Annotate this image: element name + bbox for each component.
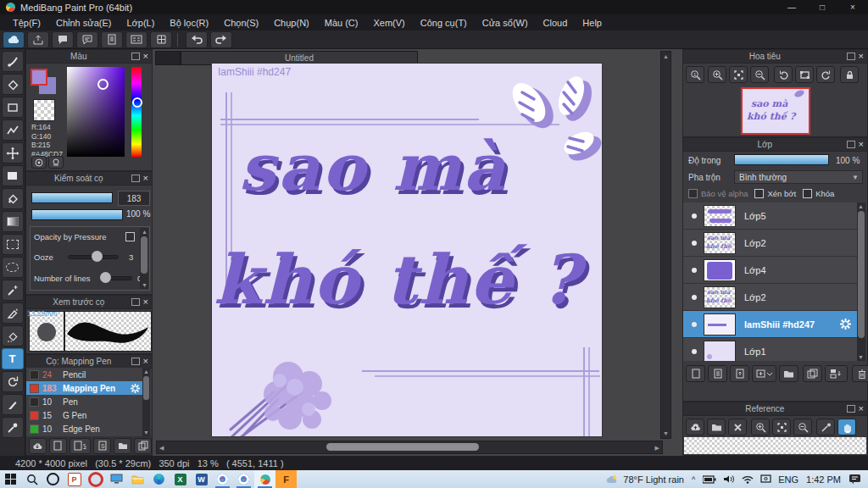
lock-checkbox[interactable]: [803, 189, 812, 198]
layer-scroll-thumb[interactable]: [858, 211, 865, 338]
grid-button[interactable]: [150, 31, 172, 48]
popout-icon[interactable]: [131, 358, 140, 365]
blend-mode-dropdown[interactable]: Bình thường ▼: [734, 170, 863, 184]
taskbar-powerpoint[interactable]: P: [64, 470, 85, 488]
ref-hand-button[interactable]: [837, 419, 856, 435]
layer-row-lop4[interactable]: Lớp4: [683, 257, 857, 284]
layer-list-scrollbar[interactable]: ▲ ▼: [857, 202, 865, 361]
brush-duplicate-button[interactable]: [70, 438, 92, 454]
pressure-checkbox[interactable]: [125, 232, 135, 241]
clip-checkbox[interactable]: [754, 189, 764, 198]
menu-tools[interactable]: Công cụ(T): [413, 18, 475, 28]
popout-icon[interactable]: [847, 405, 855, 413]
cortana-button[interactable]: [42, 470, 64, 488]
options-scroll-thumb[interactable]: [141, 236, 147, 274]
scroll-up-icon[interactable]: ▲: [142, 229, 147, 235]
zoom-100-button[interactable]: 1: [686, 66, 704, 83]
tool-text[interactable]: T: [2, 348, 24, 369]
hue-bar[interactable]: [131, 67, 142, 157]
tool-polyline[interactable]: [2, 119, 24, 141]
alpha-checkbox[interactable]: [688, 189, 698, 198]
popout-icon[interactable]: [131, 298, 140, 306]
layer-visible-icon[interactable]: [692, 349, 697, 354]
rotate-ccw-button[interactable]: [774, 66, 793, 83]
layer-visible-icon[interactable]: [692, 322, 697, 327]
tool-magic-wand[interactable]: [2, 280, 24, 301]
folder-button[interactable]: [779, 365, 798, 382]
brush-row-pen[interactable]: 10Pen: [26, 395, 143, 408]
taskbar-excel[interactable]: X: [170, 470, 191, 488]
scroll-left-icon[interactable]: ◀: [159, 445, 164, 451]
brush-size-value[interactable]: 183: [118, 191, 150, 206]
comment-button[interactable]: [76, 31, 98, 48]
taskbar-word[interactable]: W: [191, 470, 212, 488]
brush-scroll-thumb[interactable]: [143, 376, 149, 400]
brush-row-edge-pen[interactable]: 10Edge Pen: [26, 422, 143, 435]
taskbar-chrome-1[interactable]: [212, 470, 233, 488]
close-icon[interactable]: ×: [143, 52, 148, 61]
menu-cloud[interactable]: Cloud: [536, 18, 576, 28]
scroll-right-icon[interactable]: ▶: [655, 445, 659, 451]
weather-text[interactable]: 78°F Light rain: [623, 474, 684, 485]
popout-icon[interactable]: [847, 53, 855, 60]
layer-row-lop2a[interactable]: sao màkhó thế Lớp2: [683, 230, 857, 257]
cloud-save-button[interactable]: [3, 31, 25, 48]
lock-view-button[interactable]: [840, 66, 859, 83]
scroll-down-icon[interactable]: ▼: [663, 430, 669, 436]
close-button[interactable]: ×: [837, 0, 868, 14]
reset-view-button[interactable]: [795, 66, 814, 83]
new-layer-button[interactable]: [686, 365, 705, 382]
layer-visible-icon[interactable]: [692, 268, 697, 273]
taskbar-explorer[interactable]: [127, 470, 148, 488]
brush-row-g-pen[interactable]: 15G Pen: [26, 408, 143, 422]
tool-shape[interactable]: [2, 97, 24, 118]
chat-button[interactable]: [52, 31, 74, 48]
tool-eraser[interactable]: [2, 74, 24, 95]
menu-layer[interactable]: Lớp(L): [119, 18, 162, 28]
tool-select-rect[interactable]: [2, 234, 24, 255]
tool-select-eraser[interactable]: [2, 325, 24, 347]
brush-list-scrollbar[interactable]: ▲ ▼: [142, 368, 150, 436]
document-button[interactable]: [101, 31, 123, 48]
sv-picker-ring[interactable]: [97, 79, 108, 90]
popout-icon[interactable]: [847, 141, 855, 148]
import-layer-button[interactable]: [730, 365, 749, 382]
brush-copy-button[interactable]: [134, 438, 152, 454]
tool-move[interactable]: [2, 142, 24, 164]
close-icon[interactable]: ×: [859, 52, 864, 61]
menu-help[interactable]: Help: [575, 18, 609, 28]
close-icon[interactable]: ×: [143, 297, 148, 307]
taskbar-medibang[interactable]: [254, 470, 275, 488]
ref-open-button[interactable]: [707, 419, 726, 435]
taskbar-this-pc[interactable]: [106, 470, 127, 488]
saturation-value-picker[interactable]: [67, 67, 125, 157]
zoom-in-button[interactable]: [708, 66, 726, 83]
undo-button[interactable]: [186, 31, 208, 48]
ref-clear-button[interactable]: [728, 419, 747, 435]
close-icon[interactable]: ×: [859, 140, 864, 149]
scroll-up-icon[interactable]: ▲: [143, 369, 149, 374]
ref-zoom-in-button[interactable]: [751, 419, 770, 435]
taskbar-f-app[interactable]: F: [275, 470, 297, 488]
taskbar-edge[interactable]: [148, 470, 170, 488]
taskbar-opera[interactable]: [85, 470, 106, 488]
tool-gradient[interactable]: [2, 211, 24, 232]
tab-fragment[interactable]: [155, 51, 181, 65]
maximize-button[interactable]: □: [807, 0, 837, 14]
scroll-up-icon[interactable]: ▲: [858, 203, 864, 209]
brush-size-slider[interactable]: [31, 192, 113, 203]
ref-cloud-button[interactable]: [686, 419, 704, 435]
tool-lasso[interactable]: [2, 257, 24, 278]
menu-filter[interactable]: Bộ lọc(R): [162, 18, 216, 28]
redo-button[interactable]: [210, 31, 232, 48]
taskbar-chrome-2[interactable]: [233, 470, 254, 488]
start-button[interactable]: [0, 470, 21, 488]
gear-icon[interactable]: [130, 383, 141, 394]
menu-color[interactable]: Màu (C): [317, 18, 366, 28]
layer-row-iamshiii[interactable]: IamShiii #hd247: [683, 311, 857, 338]
menu-view[interactable]: Xem(V): [365, 18, 412, 28]
layer-row-lop1[interactable]: Lớp1: [683, 338, 857, 361]
menu-edit[interactable]: Chỉnh sửa(E): [48, 18, 119, 28]
foreground-color-swatch[interactable]: [31, 69, 47, 86]
scroll-down-icon[interactable]: ▼: [143, 430, 149, 435]
